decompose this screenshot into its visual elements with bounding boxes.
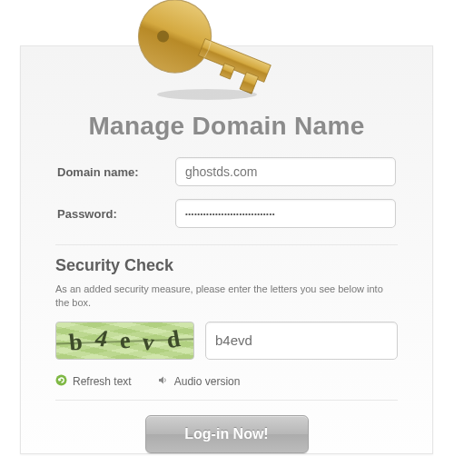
captcha-input[interactable] <box>205 322 398 360</box>
key-icon <box>127 0 281 104</box>
security-title: Security Check <box>55 256 398 275</box>
domain-row: Domain name: <box>57 157 396 186</box>
refresh-captcha-link[interactable]: Refresh text <box>55 374 132 389</box>
password-input[interactable] <box>175 199 396 228</box>
speaker-icon <box>157 374 169 389</box>
refresh-label: Refresh text <box>73 375 132 388</box>
captcha-row: b 4 e v d <box>55 322 398 360</box>
captcha-image: b 4 e v d <box>55 322 194 360</box>
login-panel: Manage Domain Name Domain name: Password… <box>20 45 433 454</box>
password-label: Password: <box>57 207 175 221</box>
audio-label: Audio version <box>174 375 241 388</box>
security-description: As an added security measure, please ent… <box>55 283 398 311</box>
security-check: Security Check As an added security meas… <box>55 244 398 401</box>
svg-point-6 <box>157 89 257 100</box>
captcha-char: b <box>68 328 84 356</box>
refresh-icon <box>55 374 67 389</box>
login-button[interactable]: Log-in Now! <box>145 415 309 453</box>
captcha-char: 4 <box>94 324 109 352</box>
password-row: Password: <box>57 199 396 228</box>
svg-rect-2 <box>198 39 271 83</box>
captcha-char: e <box>119 326 132 354</box>
captcha-char: d <box>165 325 183 354</box>
domain-input[interactable] <box>175 157 396 186</box>
page-title: Manage Domain Name <box>21 112 432 141</box>
svg-point-7 <box>56 374 67 385</box>
audio-captcha-link[interactable]: Audio version <box>157 374 241 389</box>
captcha-char: v <box>141 328 156 356</box>
captcha-links: Refresh text Audio version <box>55 374 398 401</box>
domain-label: Domain name: <box>57 165 175 179</box>
